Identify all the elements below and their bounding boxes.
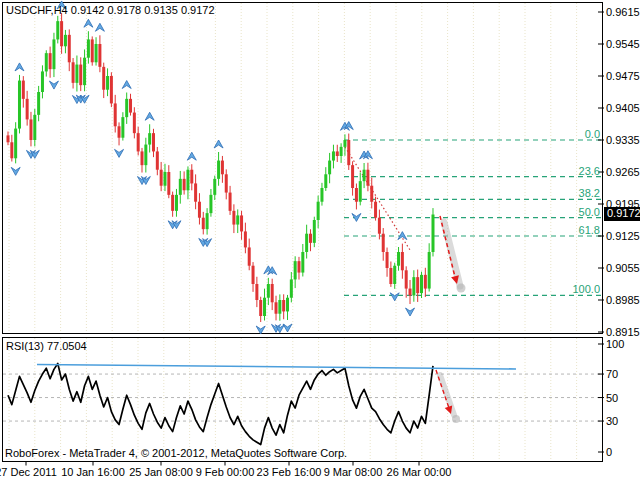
price-axis-label: 0.9615 (606, 6, 640, 18)
price-axis-label: 0.9545 (606, 38, 640, 50)
price-axis-label: 0.8985 (606, 294, 640, 306)
price-axis-label: 0.9475 (606, 70, 640, 82)
rsi-axis-label: 70 (606, 368, 618, 380)
fib-level-label: 100.0 (572, 283, 600, 295)
price-axis-label: 0.9125 (606, 230, 640, 242)
fib-level-label: 61.8 (579, 224, 600, 236)
chart-canvas[interactable] (0, 0, 640, 480)
date-axis-label: 23 Feb 16:00 (257, 466, 322, 478)
date-axis-label: 9 Feb 00:00 (196, 466, 255, 478)
rsi-axis-label: 0 (606, 446, 612, 458)
fib-level-label: 50.0 (579, 206, 600, 218)
price-axis-label: 0.9335 (606, 134, 640, 146)
copyright-text: RoboForex - MetaTrader 4, © 2001-2012, M… (5, 447, 347, 459)
date-axis-label: 25 Jan 08:00 (129, 466, 193, 478)
mt4-chart-window: USDCHF,H4 0.9142 0.9178 0.9135 0.9172 RS… (0, 0, 640, 480)
date-axis-label: 26 Mar 00:00 (387, 466, 452, 478)
price-axis-label: 0.8915 (606, 326, 640, 338)
current-price-tag: 0.9172 (604, 207, 640, 221)
date-axis-label: 10 Jan 16:00 (61, 466, 125, 478)
date-axis-label: 9 Mar 08:00 (324, 466, 383, 478)
fib-level-label: 0.0 (585, 128, 600, 140)
rsi-axis-label: 30 (606, 415, 618, 427)
price-axis-label: 0.9055 (606, 262, 640, 274)
rsi-indicator-label: RSI(13) 77.0504 (6, 340, 87, 352)
date-axis-label: 27 Dec 2011 (0, 466, 57, 478)
fib-level-label: 23.6 (579, 165, 600, 177)
fib-level-label: 38.2 (579, 187, 600, 199)
price-axis-label: 0.9405 (606, 102, 640, 114)
price-axis-label: 0.9265 (606, 166, 640, 178)
chart-title-ohlc: USDCHF,H4 0.9142 0.9178 0.9135 0.9172 (6, 4, 215, 16)
rsi-axis-label: 100 (606, 338, 624, 350)
rsi-axis-label: 50 (606, 392, 618, 404)
